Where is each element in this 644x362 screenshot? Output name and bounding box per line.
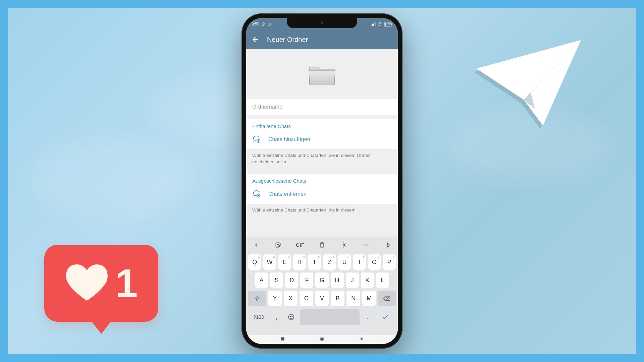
key-k[interactable]: K — [361, 273, 374, 288]
keyboard: GIF Q1 W2 E — [246, 237, 398, 335]
add-chat-icon — [252, 134, 261, 144]
gif-button[interactable]: GIF — [293, 238, 307, 252]
included-chats-section: Enthaltene Chats Chats hinzufügen — [246, 119, 398, 149]
svg-point-23 — [292, 316, 292, 317]
key-g[interactable]: G — [315, 273, 328, 288]
key-u[interactable]: U7 — [338, 254, 351, 270]
phone-frame: 9:50 2 — [241, 13, 402, 349]
keyboard-row-2: A S D F G H J K L — [246, 271, 398, 289]
backspace-key[interactable] — [378, 291, 396, 306]
folder-name-row — [246, 99, 398, 115]
keyboard-row-4: ?123 , . — [246, 307, 398, 326]
keyboard-toolbar: GIF — [246, 237, 398, 253]
key-l[interactable]: L — [376, 273, 389, 288]
svg-point-18 — [365, 244, 366, 245]
key-x[interactable]: X — [284, 291, 298, 306]
key-h[interactable]: H — [331, 273, 344, 288]
remove-chat-icon — [252, 189, 261, 199]
key-v[interactable]: V — [315, 291, 329, 306]
enter-key[interactable] — [376, 309, 395, 325]
svg-point-16 — [343, 244, 345, 246]
battery-percent: 22 — [387, 22, 391, 26]
key-i[interactable]: I8 — [353, 254, 366, 270]
space-key[interactable] — [300, 309, 360, 325]
svg-rect-5 — [375, 22, 375, 26]
included-header: Enthaltene Chats — [246, 119, 398, 131]
key-t[interactable]: T5 — [308, 254, 321, 270]
keyboard-row-3: Y X C V B N M — [246, 289, 398, 307]
svg-point-13 — [279, 244, 279, 245]
phone-screen: 9:50 2 — [246, 18, 398, 344]
svg-rect-2 — [371, 25, 371, 26]
period-key[interactable]: . — [362, 309, 374, 325]
included-desc: Wähle einzelne Chats und Chatarten, die … — [246, 149, 398, 169]
dnd-icon — [261, 22, 265, 26]
like-badge: 1 — [44, 245, 158, 322]
svg-rect-8 — [391, 23, 392, 25]
symbols-key[interactable]: ?123 — [249, 309, 268, 325]
nav-home-button[interactable] — [319, 336, 325, 343]
svg-point-21 — [288, 314, 294, 320]
key-y[interactable]: Y — [268, 291, 282, 306]
keyboard-row-1: Q1 W2 E3 R4 T5 Z6 U7 I8 O9 P0 — [246, 253, 398, 271]
folder-illustration — [246, 49, 398, 99]
remove-chats-button[interactable]: Chats entfernen — [246, 186, 398, 204]
folder-name-input[interactable] — [252, 104, 392, 110]
status-time: 9:50 — [252, 22, 259, 26]
square-icon — [267, 22, 271, 26]
content-area: Enthaltene Chats Chats hinzufügen Wähle … — [246, 49, 398, 237]
android-nav-bar — [246, 335, 398, 344]
key-e[interactable]: E3 — [278, 254, 291, 270]
key-a[interactable]: A — [255, 273, 268, 288]
folder-icon — [307, 62, 337, 86]
back-button[interactable] — [252, 36, 259, 43]
excluded-desc: Wähle einzelne Chats und Chatarten, die … — [246, 204, 398, 218]
key-m[interactable]: M — [362, 291, 376, 306]
more-icon[interactable] — [359, 238, 373, 252]
app-bar: Neuer Ordner — [246, 30, 398, 49]
shift-key[interactable] — [248, 291, 266, 306]
svg-rect-9 — [384, 23, 386, 25]
key-q[interactable]: Q1 — [248, 254, 261, 270]
signal-icon — [371, 22, 376, 26]
excluded-chats-section: Ausgeschlossene Chats Chats entfernen — [246, 174, 398, 204]
kb-collapse-button[interactable] — [250, 238, 263, 252]
key-p[interactable]: P0 — [383, 254, 396, 270]
page-title: Neuer Ordner — [267, 36, 308, 44]
sticker-icon[interactable] — [271, 238, 285, 252]
svg-rect-20 — [387, 243, 389, 246]
key-s[interactable]: S — [270, 273, 283, 288]
nav-back-button[interactable] — [359, 337, 364, 343]
nav-recent-button[interactable] — [280, 337, 285, 343]
mic-icon[interactable] — [381, 238, 394, 252]
svg-point-19 — [367, 244, 368, 245]
paper-plane-icon — [472, 34, 586, 133]
key-j[interactable]: J — [346, 273, 359, 288]
heart-icon — [65, 262, 109, 304]
key-b[interactable]: B — [331, 291, 344, 306]
key-c[interactable]: C — [300, 291, 313, 306]
key-w[interactable]: W2 — [263, 254, 276, 270]
wifi-icon — [377, 22, 382, 26]
background: 9:50 2 — [8, 8, 636, 354]
key-z[interactable]: Z6 — [323, 254, 336, 270]
svg-rect-3 — [372, 24, 373, 26]
clipboard-icon[interactable] — [315, 238, 329, 252]
svg-rect-4 — [373, 23, 374, 26]
emoji-key[interactable] — [284, 309, 298, 325]
add-chats-label: Chats hinzufügen — [268, 136, 310, 142]
phone-notch — [287, 18, 357, 28]
svg-point-22 — [290, 316, 290, 317]
key-d[interactable]: D — [285, 273, 298, 288]
comma-key[interactable]: , — [270, 309, 282, 325]
svg-point-26 — [321, 338, 323, 340]
key-f[interactable]: F — [300, 273, 313, 288]
key-n[interactable]: N — [346, 291, 360, 306]
add-chats-button[interactable]: Chats hinzufügen — [246, 131, 398, 149]
key-r[interactable]: R4 — [293, 254, 306, 270]
key-o[interactable]: O9 — [368, 254, 381, 270]
svg-point-6 — [380, 25, 380, 26]
battery-icon: 22 — [384, 22, 392, 26]
svg-rect-24 — [281, 337, 284, 340]
gear-icon[interactable] — [337, 238, 351, 252]
